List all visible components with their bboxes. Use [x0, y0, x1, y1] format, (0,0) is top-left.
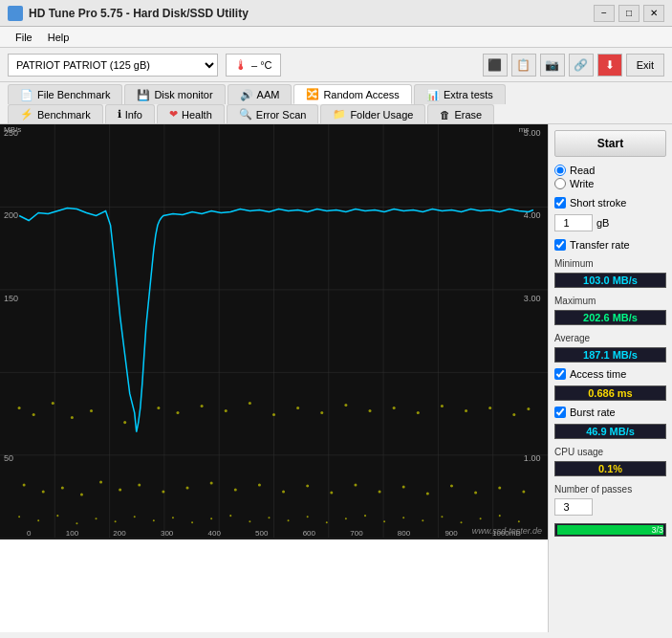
tab-folder-usage[interactable]: 📁 Folder Usage [320, 104, 425, 123]
svg-point-92 [441, 516, 443, 517]
svg-point-70 [18, 516, 20, 517]
svg-point-81 [229, 515, 231, 517]
thermometer-icon: 🌡 [234, 57, 248, 73]
benchmark-icon: ⚡ [20, 108, 33, 121]
svg-point-37 [320, 411, 323, 414]
svg-point-38 [344, 404, 347, 407]
svg-point-58 [258, 483, 261, 486]
menu-help[interactable]: Help [40, 30, 77, 45]
short-stroke-checkbox-label[interactable]: Short stroke [554, 197, 666, 209]
toolbar-icon-2[interactable]: 📋 [511, 54, 536, 77]
toolbar-icon-1[interactable]: ⬛ [483, 54, 508, 77]
tab-aam[interactable]: 🔊 AAM [228, 84, 293, 104]
write-radio-label[interactable]: Write [554, 178, 666, 189]
svg-text:3.00: 3.00 [524, 294, 541, 303]
start-button[interactable]: Start [554, 130, 666, 157]
burst-rate-checkbox[interactable] [554, 407, 566, 418]
svg-point-63 [379, 490, 381, 493]
svg-text:200: 200 [4, 211, 18, 221]
read-radio-label[interactable]: Read [554, 165, 666, 176]
access-time-checkbox[interactable] [554, 368, 566, 380]
toolbar-icon-3[interactable]: 📷 [540, 54, 565, 77]
svg-point-32 [201, 405, 204, 407]
error-scan-icon: 🔍 [239, 108, 252, 121]
extra-tests-icon: 📊 [426, 89, 440, 101]
svg-text:MB/s: MB/s [4, 125, 21, 134]
svg-point-35 [272, 413, 275, 416]
exit-button[interactable]: Exit [626, 54, 664, 77]
window-controls: − □ ✕ [594, 5, 664, 22]
svg-text:4.00: 4.00 [524, 211, 541, 221]
menu-file[interactable]: File [8, 30, 40, 45]
svg-point-54 [162, 490, 164, 493]
svg-point-27 [71, 416, 74, 419]
x-label-400: 400 [208, 529, 221, 538]
tab-erase[interactable]: 🗑 Erase [427, 104, 494, 123]
maximum-value: 202.6 MB/s [554, 310, 666, 325]
svg-text:150: 150 [4, 294, 18, 303]
svg-point-42 [441, 405, 444, 407]
access-time-checkbox-label[interactable]: Access time [554, 368, 666, 380]
main-content: 250 200 150 50 5.00 4.00 3.00 1.00 MB/s … [0, 124, 672, 632]
svg-point-57 [234, 488, 237, 491]
info-icon: ℹ [118, 108, 121, 121]
passes-spinbox[interactable] [554, 498, 593, 516]
drive-select[interactable]: PATRIOT PATRIOT (125 gB) [8, 54, 218, 77]
svg-point-94 [480, 517, 482, 519]
toolbar-icon-4[interactable]: 🔗 [569, 54, 594, 77]
tab-benchmark[interactable]: ⚡ Benchmark [8, 104, 103, 123]
svg-point-48 [42, 490, 45, 493]
close-button[interactable]: ✕ [643, 5, 664, 22]
tab-folder-usage-label: Folder Usage [350, 109, 413, 121]
burst-rate-checkbox-label[interactable]: Burst rate [554, 407, 666, 418]
read-radio[interactable] [554, 165, 566, 176]
svg-point-44 [488, 407, 491, 409]
svg-point-41 [417, 411, 420, 414]
chart-area: 250 200 150 50 5.00 4.00 3.00 1.00 MB/s … [0, 124, 548, 539]
x-label-900: 900 [444, 529, 457, 538]
svg-point-33 [225, 409, 228, 412]
svg-point-82 [249, 520, 250, 522]
tab-erase-label: Erase [454, 109, 482, 121]
transfer-rate-checkbox[interactable] [554, 239, 566, 251]
tab-info[interactable]: ℹ Info [105, 104, 155, 123]
maximize-button[interactable]: □ [618, 5, 639, 22]
tab-file-benchmark[interactable]: 📄 File Benchmark [8, 84, 122, 104]
read-label: Read [570, 165, 595, 176]
tab-disk-monitor[interactable]: 💾 Disk monitor [124, 84, 225, 104]
svg-point-80 [210, 517, 212, 519]
tab-error-scan[interactable]: 🔍 Error Scan [227, 104, 319, 123]
svg-point-52 [119, 488, 121, 491]
health-icon: ❤ [169, 108, 178, 121]
tab-random-access-label: Random Access [323, 89, 399, 100]
svg-point-96 [518, 520, 520, 522]
svg-point-66 [450, 484, 453, 487]
right-panel: Start Read Write Short stroke gB Transfe… [548, 124, 672, 632]
watermark: www.ssd-tester.de [472, 526, 542, 536]
tab-extra-tests[interactable]: 📊 Extra tests [414, 84, 506, 104]
svg-point-86 [326, 521, 328, 523]
svg-point-67 [474, 491, 477, 494]
short-stroke-checkbox[interactable] [554, 197, 566, 209]
svg-point-56 [210, 481, 213, 484]
cpu-usage-value: 0.1% [554, 461, 666, 476]
write-radio[interactable] [554, 178, 566, 189]
svg-point-25 [33, 413, 35, 416]
tab-random-access[interactable]: 🔀 Random Access [293, 84, 411, 104]
svg-point-34 [249, 402, 251, 405]
svg-point-36 [296, 407, 299, 409]
svg-point-76 [134, 516, 136, 517]
x-label-500: 500 [255, 529, 268, 538]
disk-monitor-icon: 💾 [137, 89, 150, 101]
access-time-label: Access time [570, 368, 626, 380]
minimize-button[interactable]: − [594, 5, 615, 22]
aam-icon: 🔊 [240, 89, 253, 101]
short-stroke-spinbox[interactable] [554, 214, 593, 231]
toolbar-icon-5[interactable]: ⬇ [597, 54, 622, 77]
transfer-rate-checkbox-label[interactable]: Transfer rate [554, 239, 666, 251]
svg-text:50: 50 [4, 453, 13, 463]
tab-benchmark-label: Benchmark [37, 109, 91, 121]
svg-point-88 [364, 515, 366, 517]
tab-health[interactable]: ❤ Health [157, 104, 225, 123]
erase-icon: 🗑 [440, 109, 450, 121]
